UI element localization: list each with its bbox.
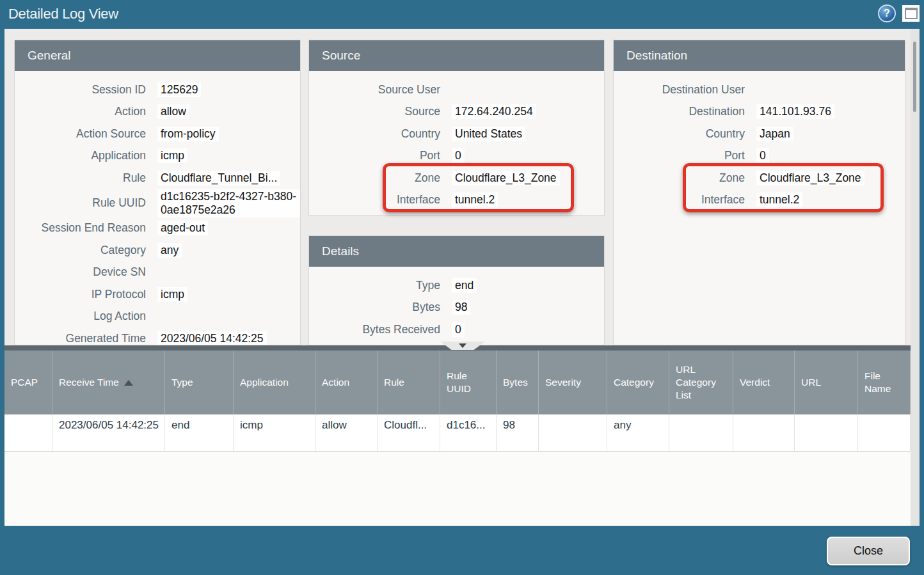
field-value: 172.64.240.254	[452, 104, 536, 119]
field-row: Interface tunnel.2	[309, 189, 604, 212]
column-label: Severity	[545, 376, 581, 389]
cell-category: any	[607, 414, 669, 451]
column-header-bytes[interactable]: Bytes	[497, 351, 539, 414]
column-label: Receive Time	[59, 376, 119, 389]
field-label: Application	[15, 149, 146, 162]
field-label: Country	[614, 127, 745, 141]
column-label: Rule UUID	[447, 370, 492, 395]
field-value: tunnel.2	[452, 193, 498, 207]
cell-rule-uuid: d1c16...	[440, 414, 497, 451]
help-icon[interactable]: ?	[878, 4, 896, 22]
cell-file-name	[858, 414, 911, 451]
field-row: Source User	[309, 79, 604, 101]
column-header-severity[interactable]: Severity	[539, 351, 607, 414]
cell-verdict	[733, 414, 795, 451]
field-row: Bytes Received 0	[309, 319, 604, 341]
column-label: Rule	[384, 376, 404, 389]
column-header-url[interactable]: URL	[795, 351, 858, 414]
column-label: Category	[614, 376, 654, 389]
field-value: icmp	[157, 287, 187, 302]
column-header-category[interactable]: Category	[607, 351, 669, 414]
column-header-pcap[interactable]: PCAP	[4, 351, 52, 414]
field-value: Japan	[756, 127, 793, 141]
title-bar: Detailed Log View ?	[0, 0, 924, 29]
field-value: aged-out	[157, 221, 208, 235]
detailed-log-view-dialog: Detailed Log View ? General Session ID 1…	[0, 0, 924, 575]
column-label: URL	[801, 376, 821, 389]
field-row: Zone Cloudflare_L3_Zone	[614, 167, 905, 189]
page-title: Detailed Log View	[8, 6, 118, 22]
help-icon-glyph: ?	[884, 8, 890, 19]
source-panel-body: Source User Source 172.64.240.254 Countr…	[309, 71, 604, 211]
close-button[interactable]: Close	[827, 537, 910, 565]
field-value: 125629	[157, 83, 201, 97]
field-row: Rule Cloudflare_Tunnel_Bi...	[15, 167, 300, 189]
chevron-down-icon	[459, 343, 466, 348]
column-header-rule-uuid[interactable]: Rule UUID	[440, 351, 497, 414]
field-label: Zone	[309, 171, 440, 185]
restore-window-icon[interactable]	[902, 5, 920, 22]
table-row[interactable]: 2023/06/05 14:42:25 end icmp allow Cloud…	[4, 414, 911, 452]
field-value: tunnel.2	[756, 193, 802, 207]
log-table: PCAP Receive Time Type Application Actio…	[4, 351, 911, 526]
column-label: Action	[322, 376, 349, 389]
column-header-receive-time[interactable]: Receive Time	[52, 351, 165, 414]
field-value: Cloudflare_Tunnel_Bi...	[157, 171, 280, 185]
field-row: Log Action	[15, 306, 300, 328]
cell-type: end	[165, 414, 234, 451]
field-row: Session ID 125629	[15, 79, 300, 101]
general-panel-body: Session ID 125629 Action allow Action So…	[15, 71, 300, 345]
field-label: Interface	[309, 193, 440, 207]
column-header-type[interactable]: Type	[165, 351, 234, 414]
column-label: File Name	[864, 370, 906, 395]
close-button-label: Close	[854, 544, 883, 558]
column-header-application[interactable]: Application	[234, 351, 315, 414]
details-panel-title: Details	[309, 236, 604, 267]
cell-severity	[539, 414, 607, 451]
field-value: from-policy	[157, 127, 219, 141]
column-header-url-category-list[interactable]: URL Category List	[669, 351, 733, 414]
field-row: Bytes 98	[309, 297, 604, 319]
field-value: 98	[452, 300, 470, 315]
column-label: Verdict	[740, 376, 770, 389]
field-value: d1c16235-b2f2-4327-b380-0ae1875e2a26	[157, 189, 300, 217]
field-row: Country United States	[309, 123, 604, 145]
scrollbar-thumb[interactable]	[913, 42, 916, 112]
field-label: Rule UUID	[15, 196, 146, 210]
log-table-header: PCAP Receive Time Type Application Actio…	[4, 351, 911, 414]
column-header-verdict[interactable]: Verdict	[733, 351, 795, 414]
field-label: Interface	[614, 193, 745, 207]
field-label: Type	[309, 279, 440, 292]
field-row: Generated Time 2023/06/05 14:42:25	[15, 327, 300, 345]
field-value: allow	[157, 104, 189, 119]
field-label: Port	[309, 149, 440, 162]
field-row: Rule UUID d1c16235-b2f2-4327-b380-0ae187…	[15, 189, 300, 217]
cell-receive-time: 2023/06/05 14:42:25	[52, 414, 165, 451]
general-panel-title: General	[15, 40, 300, 71]
general-panel: General Session ID 125629 Action allow A…	[14, 40, 301, 345]
field-value: United States	[452, 127, 525, 141]
cell-url	[795, 414, 858, 451]
column-label: Application	[240, 376, 289, 389]
field-row: IP Protocol icmp	[15, 283, 300, 306]
column-header-rule[interactable]: Rule	[378, 351, 440, 414]
field-row: Session End Reason aged-out	[15, 217, 300, 240]
field-value: 0	[452, 322, 465, 337]
field-row: Port 0	[614, 145, 905, 168]
field-label: Category	[15, 244, 146, 257]
field-row: Country Japan	[614, 123, 905, 145]
column-header-action[interactable]: Action	[315, 351, 378, 414]
cell-pcap	[4, 414, 52, 451]
field-row: Application icmp	[15, 145, 300, 168]
vertical-scrollbar[interactable]	[911, 29, 920, 526]
field-label: Action	[15, 105, 146, 118]
field-label: Zone	[614, 171, 745, 185]
field-label: Log Action	[15, 310, 146, 323]
field-label: IP Protocol	[15, 288, 146, 301]
cell-application: icmp	[234, 414, 315, 451]
column-header-file-name[interactable]: File Name	[858, 351, 911, 414]
field-value: icmp	[157, 148, 187, 163]
field-label: Device SN	[15, 265, 146, 279]
field-row: Source 172.64.240.254	[309, 101, 604, 123]
field-label: Action Source	[15, 127, 146, 141]
